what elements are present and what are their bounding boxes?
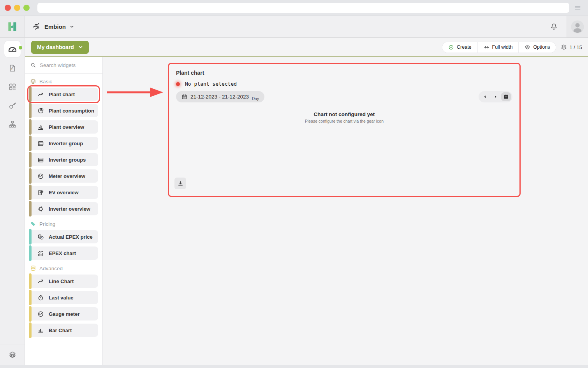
- create-button[interactable]: Create: [442, 42, 477, 53]
- user-avatar[interactable]: [567, 16, 588, 37]
- item-accent-bar: [29, 119, 32, 135]
- widget-library-panel: Basic Plant chart Plant consumption Plan…: [25, 57, 103, 365]
- settings-button[interactable]: [0, 345, 25, 365]
- hamburger-icon[interactable]: [574, 4, 581, 11]
- svg-text:€: €: [41, 236, 42, 239]
- section-header: Basic: [29, 77, 98, 88]
- svg-text:€: €: [11, 67, 13, 71]
- window-zoom-button[interactable]: [23, 5, 30, 11]
- layers-icon: [561, 44, 567, 50]
- url-bar[interactable]: [37, 3, 569, 13]
- org-switcher[interactable]: Embion: [32, 22, 74, 31]
- search-icon: [30, 62, 36, 68]
- pie-chart-icon: [37, 107, 44, 114]
- toolbar-actions: Create Full width Options 1 /: [442, 42, 582, 53]
- gear-icon: [8, 351, 17, 359]
- speedometer-icon: [7, 44, 18, 54]
- widget-item-label: EPEX chart: [49, 250, 76, 256]
- widget-item-plant-consumption[interactable]: Plant consumption: [29, 104, 98, 117]
- active-indicator-dot: [19, 46, 22, 49]
- empty-state: Chart not configured yet Please configur…: [169, 111, 519, 123]
- prev-period-button[interactable]: [480, 92, 490, 101]
- toolbar-button-group: Create Full width Options: [442, 42, 556, 53]
- item-accent-bar: [29, 168, 32, 184]
- search-widgets-input[interactable]: [40, 62, 97, 68]
- ev-charger-icon: [37, 189, 44, 196]
- widget-item-epex-chart[interactable]: EPEX chart: [29, 247, 98, 260]
- widget-item-label: Gauge meter: [49, 311, 79, 317]
- widget-item-plant-chart[interactable]: Plant chart: [29, 88, 98, 101]
- item-accent-bar: [29, 322, 32, 338]
- chevron-down-icon: [69, 24, 74, 29]
- widget-item-label: Plant chart: [49, 92, 75, 97]
- dashboard-canvas: Plant chart No plant selected 21-12-2023…: [103, 57, 588, 365]
- widget-count-text: 1 / 15: [569, 44, 582, 50]
- empty-state-subtitle: Please configure the chart via the gear …: [169, 119, 519, 123]
- open-calendar-button[interactable]: [501, 92, 511, 101]
- widget-item-gauge-meter[interactable]: Gauge meter: [29, 307, 98, 320]
- table-icon: [37, 157, 44, 163]
- widget-item-label: Plant consumption: [49, 108, 94, 114]
- gear-icon: [525, 44, 530, 50]
- app-logo[interactable]: [0, 16, 25, 38]
- date-granularity: Day: [252, 97, 259, 101]
- rail-item-hierarchy[interactable]: [4, 120, 21, 129]
- options-button[interactable]: Options: [518, 42, 556, 53]
- section-label: Advanced: [39, 266, 63, 271]
- widget-item-actual-epex-price[interactable]: € Actual EPEX price: [29, 230, 98, 243]
- full-width-button[interactable]: Full width: [477, 42, 519, 53]
- epex-chart-icon: [37, 250, 44, 257]
- date-range-picker[interactable]: 21-12-2023 - 21-12-2023 Day: [176, 91, 264, 102]
- rail-items: €: [4, 38, 21, 129]
- widget-item-label: Line Chart: [49, 278, 74, 284]
- rail-item-access-keys[interactable]: [4, 101, 21, 110]
- widget-item-label: Inverter groups: [49, 157, 86, 163]
- window-minimize-button[interactable]: [14, 5, 20, 11]
- chevron-down-icon: [78, 45, 83, 49]
- item-accent-bar: [29, 103, 32, 118]
- widget-item-inverter-groups[interactable]: Inverter groups: [29, 153, 98, 166]
- item-accent-bar: [29, 290, 32, 305]
- next-period-button[interactable]: [491, 92, 500, 101]
- widget-item-label: Meter overview: [49, 173, 85, 179]
- widget-item-label: Inverter group: [49, 141, 83, 146]
- item-accent-bar: [29, 306, 32, 322]
- rail-item-widgets[interactable]: [4, 83, 21, 91]
- layers-icon: [30, 78, 36, 85]
- widget-item-inverter-overview[interactable]: Inverter overview: [29, 202, 98, 215]
- widget-item-inverter-group[interactable]: Inverter group: [29, 137, 98, 150]
- status-dot: [176, 82, 180, 86]
- widget-item-ev-overview[interactable]: EV overview: [29, 186, 98, 199]
- widget-item-last-value[interactable]: Last value: [29, 291, 98, 304]
- widget-item-bar-chart[interactable]: Bar Chart: [29, 324, 98, 337]
- rail-item-billing[interactable]: €: [4, 64, 21, 72]
- rail-item-dashboard[interactable]: [4, 41, 21, 57]
- download-icon: [177, 180, 184, 187]
- table-icon: [37, 140, 44, 147]
- network-icon: [32, 22, 41, 31]
- section-header: Advanced: [29, 264, 98, 275]
- column-chart-icon: [37, 124, 44, 130]
- item-accent-bar: [29, 86, 32, 102]
- notifications-bell-icon[interactable]: [550, 23, 558, 31]
- dashboard-selector-button[interactable]: My dashboard: [31, 41, 89, 54]
- item-accent-bar: [29, 136, 32, 151]
- widget-item-label: Actual EPEX price: [49, 234, 93, 240]
- empty-state-title: Chart not configured yet: [169, 111, 519, 117]
- widget-item-line-chart[interactable]: Line Chart: [29, 275, 98, 288]
- tag-icon: [30, 221, 36, 227]
- person-icon: [570, 20, 584, 34]
- item-accent-bar: [29, 152, 32, 167]
- widget-item-plant-overview[interactable]: Plant overview: [29, 120, 98, 134]
- download-button[interactable]: [174, 178, 186, 189]
- arrows-horizontal-icon: [484, 44, 489, 50]
- item-accent-bar: [29, 201, 32, 217]
- app-window: Embion €: [0, 16, 588, 365]
- section-header: Pricing: [29, 220, 98, 230]
- doc-euro-icon: €: [8, 64, 17, 72]
- window-close-button[interactable]: [5, 5, 11, 11]
- grid-icon: [8, 83, 17, 91]
- widget-item-meter-overview[interactable]: Meter overview: [29, 169, 98, 183]
- header-bar: Embion: [25, 16, 588, 38]
- gauge-icon: [37, 173, 44, 180]
